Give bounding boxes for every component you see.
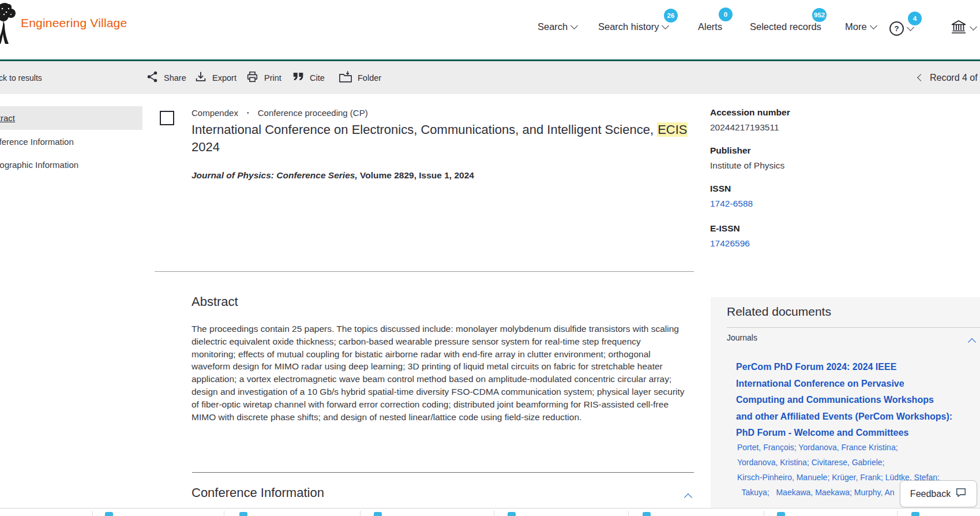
nav-search-history[interactable]: Search history [598,21,668,32]
help-icon: ? [889,21,904,36]
nav-alerts[interactable]: Alerts [698,21,722,32]
nav-alerts-label: Alerts [698,21,722,32]
collapse-journals-control[interactable] [969,336,975,347]
nav-search-history-label: Search history [598,21,659,32]
cite-button[interactable]: Cite [292,61,325,94]
help-count-badge: 4 [908,12,922,25]
accession-number-value: 20244217193511 [710,122,883,133]
export-button[interactable]: Export [194,61,236,94]
nav-selected-records[interactable]: Selected records [750,21,821,32]
document-type: Conference proceeding (CP) [258,108,368,118]
card-icon[interactable] [508,512,516,516]
nav-search[interactable]: Search [538,21,577,32]
folder-add-icon [339,70,352,85]
chevron-left-icon [917,74,925,81]
brand-title: Engineering Village [21,16,127,30]
chevron-down-icon [870,22,877,29]
eissn-block: E-ISSN 17426596 [710,223,883,249]
author-links-line[interactable]: Portet, François; Yordanova, France Kris… [737,440,940,455]
card-separator [897,511,898,516]
nav-more-label: More [845,21,867,32]
related-documents-heading: Related documents [727,305,831,319]
abstract-heading: Abstract [192,294,238,309]
accession-number-block: Accession number 20244217193511 [710,107,883,133]
print-label: Print [264,73,281,83]
eissn-link[interactable]: 17426596 [710,238,750,248]
record-toolbar: Back to results Share Export Print [0,61,980,94]
related-journals-group[interactable]: Journals [727,333,975,342]
sidebar-item-bibliographic-information[interactable]: Bibliographic Information [0,160,142,170]
feedback-button[interactable]: Feedback [900,480,977,507]
record-source-line: Compendex • Conference proceeding (CP) [192,108,368,118]
card-icon[interactable] [239,512,247,516]
elsevier-tree-logo-icon [0,1,17,52]
accession-number-label: Accession number [710,107,883,118]
print-button[interactable]: Print [246,61,281,94]
eissn-label: E-ISSN [710,223,883,234]
related-link-line: PhD Forum - Welcome and Committees [736,425,952,442]
share-label: Share [164,73,186,83]
chevron-down-icon [970,23,977,31]
card-separator [92,511,93,516]
card-icon[interactable] [643,512,651,516]
conference-information-heading: Conference Information [192,485,324,500]
app-header: Engineering Village Search Search histor… [0,0,980,59]
author-links-line[interactable]: Yordanova, Kristina; Civitarese, Gabriel… [737,455,940,470]
issn-label: ISSN [710,184,883,194]
nav-selected-records-label: Selected records [750,21,821,32]
card-separator [628,511,629,516]
sidebar-item-bibliographic-information-label: Bibliographic Information [0,160,78,170]
download-icon [194,70,207,85]
related-link-line: PerCom PhD Forum 2024: 2024 IEEE [736,359,952,376]
title-text: International Conference on Electronics,… [192,122,657,137]
chevron-up-icon [968,338,976,346]
section-divider [192,472,694,473]
card-icon[interactable] [374,512,382,516]
abstract-text: The proceedings contain 25 papers. The t… [192,323,686,423]
card-icon[interactable] [105,512,113,516]
card-separator [494,511,494,516]
sidebar-item-conference-information-label: Conference Information [0,137,74,147]
share-icon [146,70,159,85]
record-select-checkbox[interactable] [160,111,174,125]
quote-icon [292,72,305,84]
folder-label: Folder [358,73,381,83]
folder-button[interactable]: Folder [339,61,381,94]
nav-more[interactable]: More [845,21,876,32]
printer-icon [246,70,259,85]
sidebar-item-abstract-label: Abstract [0,106,15,130]
card-icon[interactable] [777,512,785,516]
related-document-link[interactable]: PerCom PhD Forum 2024: 2024 IEEE Interna… [736,359,952,442]
separator-dot: • [247,110,249,116]
sidebar-item-conference-information[interactable]: Conference Information [0,137,142,147]
search-history-count-badge: 26 [664,9,678,23]
nav-search-label: Search [538,21,568,32]
title-text-suffix: 2024 [192,140,220,154]
publisher-block: Publisher Institute of Physics [710,145,883,171]
speech-bubble-icon [955,487,967,500]
related-link-line: Computing and Communications Workshops [736,392,952,409]
journal-name: Journal of Physics: Conference Series, [192,170,358,180]
back-to-results-link[interactable]: Back to results [0,61,42,94]
sidebar-item-abstract[interactable]: Abstract [0,106,142,130]
record-pagination[interactable]: Record 4 of [918,61,978,94]
alerts-count-badge: 0 [719,8,733,21]
title-highlighted-term: ECIS [657,122,688,137]
card-icon[interactable] [911,512,919,516]
cite-label: Cite [310,73,325,83]
selected-records-count-badge: 952 [812,8,827,22]
collapse-section-control[interactable] [685,492,691,503]
feedback-label: Feedback [910,489,951,499]
share-button[interactable]: Share [146,61,186,94]
chevron-down-icon [570,22,578,29]
publisher-value: Institute of Physics [710,160,883,171]
record-title: International Conference on Electronics,… [192,121,699,156]
related-link-line: International Conference on Pervasive [736,376,952,392]
card-separator [360,511,361,516]
issn-link[interactable]: 1742-6588 [710,199,753,208]
institution-menu[interactable] [951,19,976,37]
issn-block: ISSN 1742-6588 [710,184,883,209]
related-link-line: and other Affiliated Events (PerCom Work… [736,409,952,425]
record-pagination-label: Record 4 of [930,73,978,83]
bottom-cards-strip [0,508,980,516]
